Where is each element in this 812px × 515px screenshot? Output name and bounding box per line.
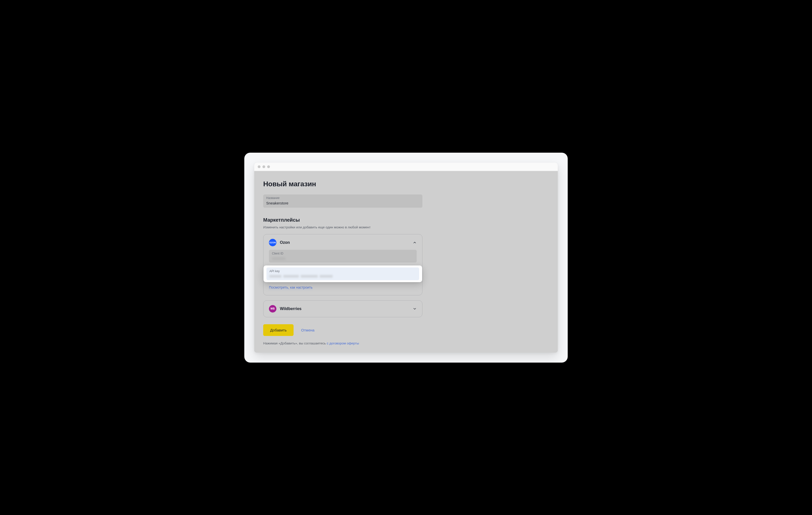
browser-window: Новый магазин Название Маркетплейсы Изме… <box>254 163 558 353</box>
store-name-field[interactable]: Название <box>263 194 423 208</box>
chevron-down-icon <box>413 307 417 311</box>
wildberries-card: WB Wildberries <box>263 300 423 317</box>
marketplaces-subtitle: Изменить настройки или добавить еще один… <box>263 225 549 229</box>
store-name-label: Название <box>266 196 419 199</box>
ozon-api-key-field[interactable]: API key <box>266 268 419 280</box>
page-title: Новый магазин <box>263 180 549 188</box>
cancel-button[interactable]: Отмена <box>301 328 315 332</box>
legal-text: Нажимая «Добавить», вы соглашаетесь с до… <box>263 342 549 345</box>
window-minimize-icon[interactable] <box>262 165 265 168</box>
wildberries-title: Wildberries <box>280 306 409 311</box>
ozon-api-key-label: API key <box>269 269 416 273</box>
ozon-header[interactable]: OZON Ozon <box>269 239 417 246</box>
ozon-api-key-value-redacted <box>269 275 416 278</box>
ozon-client-id-value-redacted <box>272 257 414 260</box>
wildberries-logo-icon: WB <box>269 305 277 313</box>
wildberries-header[interactable]: WB Wildberries <box>269 305 417 313</box>
window-close-icon[interactable] <box>258 165 260 168</box>
ozon-client-id-field[interactable]: Client ID <box>269 250 417 263</box>
add-button[interactable]: Добавить <box>263 324 294 336</box>
marketplaces-title: Маркетплейсы <box>263 217 549 223</box>
form-actions: Добавить Отмена <box>263 324 549 336</box>
browser-titlebar <box>254 163 558 171</box>
ozon-title: Ozon <box>280 240 409 245</box>
legal-prefix: Нажимая «Добавить», вы соглашаетесь <box>263 342 327 345</box>
outer-card: Новый магазин Название Маркетплейсы Изме… <box>244 153 568 362</box>
chevron-up-icon <box>413 241 417 245</box>
ozon-logo-icon: OZON <box>269 239 277 246</box>
offer-agreement-link[interactable]: с договором оферты <box>327 342 359 345</box>
ozon-api-key-highlight: API key <box>263 266 422 282</box>
store-name-input[interactable] <box>266 201 419 205</box>
window-maximize-icon[interactable] <box>267 165 270 168</box>
ozon-how-to-link[interactable]: Посмотреть, как настроить <box>269 286 313 290</box>
page-body: Новый магазин Название Маркетплейсы Изме… <box>254 171 558 353</box>
ozon-client-id-label: Client ID <box>272 252 414 255</box>
ozon-card: OZON Ozon Client ID API key <box>263 234 423 295</box>
traffic-lights <box>258 165 270 168</box>
ozon-body: Client ID API key <box>269 250 417 290</box>
